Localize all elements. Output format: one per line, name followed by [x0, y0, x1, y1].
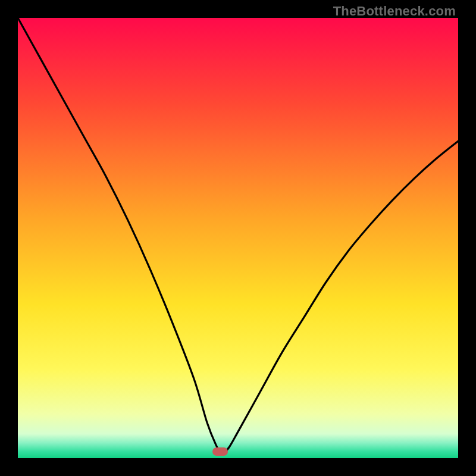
optimal-point-marker [212, 447, 228, 456]
bottleneck-curve [18, 18, 458, 458]
chart-frame: TheBottleneck.com [0, 0, 476, 476]
plot-area [18, 18, 458, 458]
watermark-text: TheBottleneck.com [333, 4, 456, 19]
